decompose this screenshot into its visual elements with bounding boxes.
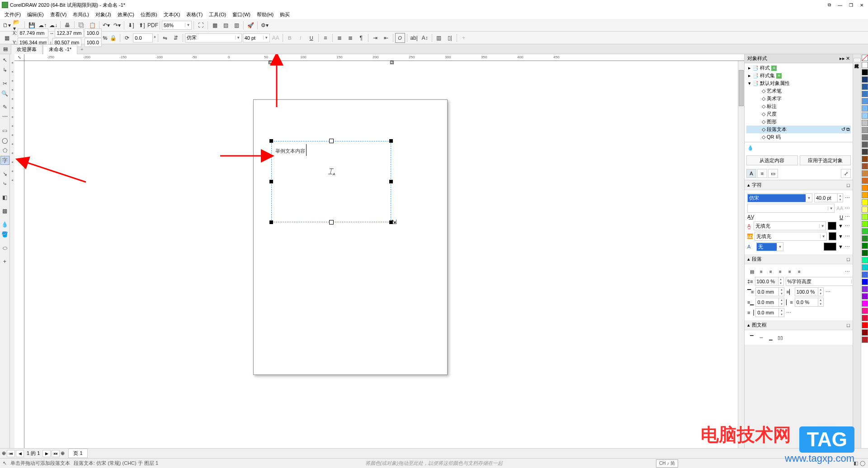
align-center[interactable]: ≡ <box>766 267 775 276</box>
tab-welcome[interactable]: 欢迎屏幕 <box>11 44 42 54</box>
color-swatch[interactable] <box>862 69 868 75</box>
scrollbar-vertical[interactable] <box>738 61 744 448</box>
toolbox-add[interactable]: + <box>0 257 9 266</box>
color-swatch[interactable] <box>862 293 868 300</box>
flyout-icon[interactable]: ◂ <box>10 88 14 90</box>
color-swatch[interactable] <box>862 329 868 336</box>
color-swatch[interactable] <box>862 279 868 285</box>
page-tab[interactable]: 页 1 <box>68 449 87 458</box>
underline-icon[interactable]: U <box>840 215 843 220</box>
flyout-icon[interactable]: ◂ <box>10 178 14 181</box>
page-prev[interactable]: ◀ <box>16 450 24 457</box>
resize-handle[interactable] <box>269 180 273 183</box>
color-swatch[interactable] <box>862 308 868 314</box>
ellipse-tool[interactable]: ◯ <box>0 136 9 145</box>
outline-combo[interactable]: 无▼ <box>756 242 783 251</box>
zoom-input[interactable] <box>162 21 185 29</box>
scrollbar-thumb[interactable] <box>739 70 744 106</box>
new-button[interactable]: 🗋▾ <box>2 20 12 30</box>
line-spacing-spinner[interactable]: ▲▼ <box>755 277 784 286</box>
scale-x-input[interactable] <box>85 28 102 37</box>
color-swatch[interactable] <box>862 214 868 220</box>
flyout-icon[interactable]: ◂ <box>10 97 14 99</box>
text-flow-bottom-handle[interactable] <box>329 220 334 225</box>
color-swatch[interactable] <box>862 199 868 206</box>
char-fill-combo[interactable]: ▼ <box>754 221 826 230</box>
more-icon[interactable]: ⋯ <box>845 244 850 250</box>
outline-swatch[interactable] <box>824 243 836 251</box>
columns-button[interactable]: ▥ <box>434 33 444 43</box>
indent-inc-button[interactable]: ⇥ <box>370 33 380 43</box>
tab-last-icon[interactable]: ⊐ <box>390 61 394 64</box>
flyout-icon[interactable]: ◂ <box>10 151 14 154</box>
flyout-icon[interactable]: ◂ <box>10 142 14 145</box>
align-none[interactable]: ▤ <box>747 267 756 276</box>
crop-tool[interactable]: ✂ <box>0 79 9 88</box>
rotation-input[interactable] <box>133 33 153 42</box>
color-swatch[interactable] <box>862 178 868 184</box>
popout-icon[interactable]: ⧉ <box>825 1 834 9</box>
transparency-tool[interactable]: ▩ <box>0 206 9 215</box>
text-flow-top-handle[interactable] <box>329 139 334 143</box>
pick-tool[interactable]: ↖ <box>0 56 9 65</box>
page-add-after[interactable]: ⊕ <box>61 450 65 456</box>
dropcap-button[interactable]: ¶ <box>356 33 366 43</box>
flyout-icon[interactable]: ◂ <box>10 133 14 136</box>
vt-top[interactable]: ▔ <box>747 333 756 342</box>
more-icon[interactable]: ⋯ <box>826 289 830 295</box>
maximize-button[interactable]: ❐ <box>846 1 855 9</box>
section-menu-icon[interactable]: □ <box>847 323 850 328</box>
resize-handle[interactable] <box>269 220 273 224</box>
numbering-button[interactable]: ≣ <box>345 33 355 43</box>
freehand-tool[interactable]: ✎ <box>0 103 9 112</box>
x-input[interactable] <box>18 28 48 37</box>
section-paragraph-header[interactable]: ▴段落□ <box>745 254 853 264</box>
font-size-input[interactable] <box>243 34 263 42</box>
menu-object[interactable]: 对象(J) <box>93 10 114 19</box>
text-content[interactable]: 举例文本内容 <box>272 141 391 158</box>
menu-file[interactable]: 文件(F) <box>2 10 24 19</box>
chevron-down-icon[interactable]: ▼ <box>263 36 269 40</box>
color-swatch[interactable] <box>862 228 868 234</box>
object-origin-icon[interactable]: ▦ <box>2 33 12 43</box>
chevron-down-icon[interactable]: ▼ <box>828 206 834 211</box>
docker-title-bar[interactable]: 对象样式 ▸▸✕ <box>745 54 853 63</box>
mode-paragraph[interactable]: ≡ <box>757 169 767 178</box>
menu-window[interactable]: 窗口(W) <box>230 10 253 19</box>
page-last[interactable]: ⏭ <box>52 450 60 457</box>
ruler-vertical[interactable] <box>14 61 24 448</box>
add-style-button[interactable]: + <box>771 66 777 71</box>
ime-indicator[interactable]: CH ♪ 简 <box>656 459 678 468</box>
tab-add-button[interactable]: + <box>78 47 86 52</box>
export-button[interactable]: ⬆] <box>137 20 147 30</box>
chevron-down-icon[interactable]: ▼ <box>777 245 783 249</box>
ruler-horizontal[interactable]: -250-200-150-100-50050100150200250300350… <box>24 54 744 61</box>
bullets-button[interactable]: ≣ <box>335 33 344 43</box>
docker-close-icon[interactable]: ✕ <box>846 56 850 61</box>
color-swatch[interactable] <box>862 300 868 307</box>
more-icon[interactable]: ⋯ <box>845 269 850 275</box>
menu-text[interactable]: 文本(X) <box>161 10 183 19</box>
section-frame-header[interactable]: ▴图文框□ <box>745 320 853 330</box>
color-swatch[interactable] <box>862 250 868 256</box>
indent-dec-button[interactable]: ⇤ <box>381 33 391 43</box>
fullscreen-button[interactable]: ⛶ <box>196 20 206 30</box>
guides-button[interactable]: ▥ <box>231 20 241 30</box>
color-swatch[interactable] <box>862 235 868 242</box>
align-left-button[interactable]: ≡ <box>321 33 330 43</box>
connector-tool[interactable]: ⤷ <box>0 179 9 188</box>
char-fill-swatch[interactable] <box>828 222 836 230</box>
ruler-origin[interactable]: ⤡ <box>14 54 24 61</box>
font-combo[interactable]: ▼ <box>185 33 242 42</box>
chevron-down-icon[interactable]: ▼ <box>235 36 241 40</box>
chevron-down-icon[interactable]: ▼ <box>819 224 826 228</box>
flyout-icon[interactable]: ◂ <box>10 169 14 172</box>
zoom-tool[interactable]: 🔍 <box>0 89 9 98</box>
polygon-tool[interactable]: ⬠ <box>0 146 9 155</box>
no-color-swatch[interactable] <box>862 55 868 61</box>
menu-help[interactable]: 帮助(H) <box>254 10 276 19</box>
menu-edit[interactable]: 编辑(E) <box>24 10 47 19</box>
char-style-combo[interactable]: ▼ <box>747 204 835 213</box>
tree-stylesets[interactable]: ▸ 📑 样式集+ <box>746 72 851 80</box>
before-para-spinner[interactable]: ▲▼ <box>755 287 784 296</box>
